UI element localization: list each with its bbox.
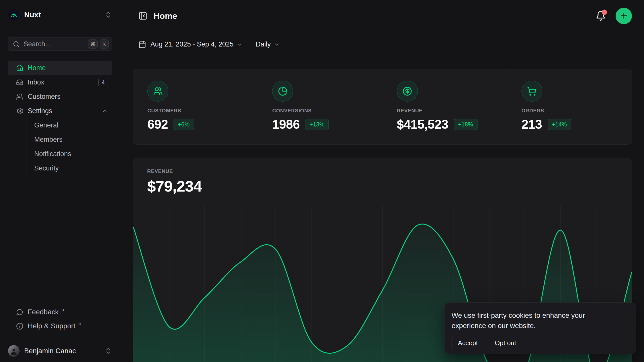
dollar-circle-icon xyxy=(397,81,418,102)
inbox-icon xyxy=(16,79,23,86)
sidebar-item-customers[interactable]: Customers xyxy=(8,89,112,104)
stat-label: CONVERSIONS xyxy=(272,108,372,114)
revenue-chart-label: REVENUE xyxy=(147,168,618,174)
stat-label: REVENUE xyxy=(397,108,497,114)
search-placeholder: Search... xyxy=(24,40,51,48)
stat-delta-badge: +18% xyxy=(454,119,477,130)
stat-card-customers: CUSTOMERS 692 +6% xyxy=(133,69,258,144)
stat-label: ORDERS xyxy=(521,108,622,114)
date-range-picker[interactable]: Aug 21, 2025 - Sep 4, 2025 xyxy=(138,40,243,48)
message-bubble-icon xyxy=(16,308,23,316)
granularity-select[interactable]: Daily xyxy=(256,40,280,48)
sub-item-label: Security xyxy=(34,164,59,172)
page-title: Home xyxy=(153,11,177,21)
stat-card-conversions: CONVERSIONS 1986 +13% xyxy=(258,69,382,144)
stat-value: $415,523 xyxy=(397,117,449,132)
sidebar-item-members[interactable]: Members xyxy=(34,132,112,147)
sub-item-label: Notifications xyxy=(34,150,71,158)
sidebar-item-label: Settings xyxy=(28,107,52,115)
sidebar-item-label: Home xyxy=(28,64,46,72)
nuxt-logo-icon xyxy=(8,9,20,21)
stat-card-revenue: REVENUE $415,523 +18% xyxy=(383,69,507,144)
cookie-message: We use first-party cookies to enhance yo… xyxy=(452,310,600,331)
date-range-value: Aug 21, 2025 - Sep 4, 2025 xyxy=(150,40,233,48)
sidebar-item-label: Help & Support xyxy=(28,322,75,330)
stats-panel: CUSTOMERS 692 +6% CONVERSIONS 1986 +13% xyxy=(133,69,632,145)
sidebar-nav: Home Inbox 4 Customers Settings xyxy=(8,61,112,175)
sidebar: Nuxt Search... ⌘ K Home Inbox xyxy=(0,0,120,362)
sub-item-label: General xyxy=(34,121,58,129)
chevrons-up-down-icon xyxy=(104,347,112,355)
external-link-icon xyxy=(77,322,82,327)
revenue-chart-value: $79,234 xyxy=(147,177,618,195)
chevron-down-icon xyxy=(274,41,280,48)
stat-delta-badge: +13% xyxy=(305,119,329,130)
add-button[interactable] xyxy=(616,8,632,24)
stat-label: CUSTOMERS xyxy=(147,108,248,114)
accept-cookies-button[interactable]: Accept xyxy=(452,337,484,349)
notification-dot xyxy=(602,10,607,15)
avatar xyxy=(8,345,20,357)
cookie-banner: We use first-party cookies to enhance yo… xyxy=(444,302,636,354)
sub-item-label: Members xyxy=(34,136,63,144)
sidebar-item-label: Feedback xyxy=(28,308,59,316)
home-icon xyxy=(16,64,23,72)
stat-value: 213 xyxy=(521,117,542,132)
stat-delta-badge: +6% xyxy=(174,119,194,130)
search-icon xyxy=(13,41,20,48)
workspace-switcher[interactable]: Nuxt xyxy=(8,7,112,23)
page-header: Home xyxy=(120,0,644,32)
search-input[interactable]: Search... ⌘ K xyxy=(8,37,112,51)
user-name: Benjamin Canac xyxy=(24,347,76,355)
kbd-cmd: ⌘ xyxy=(88,39,98,49)
chevrons-up-down-icon xyxy=(104,11,112,19)
sidebar-item-label: Inbox xyxy=(28,78,44,86)
dashboard-app: Nuxt Search... ⌘ K Home Inbox xyxy=(0,0,644,362)
notifications-button[interactable] xyxy=(595,11,606,21)
users-icon xyxy=(147,81,168,102)
sidebar-item-settings[interactable]: Settings xyxy=(8,104,112,118)
stat-card-orders: ORDERS 213 +14% xyxy=(507,69,632,144)
granularity-value: Daily xyxy=(256,40,271,48)
stat-value: 692 xyxy=(147,117,168,132)
user-menu[interactable]: Benjamin Canac xyxy=(0,340,120,362)
optout-cookies-button[interactable]: Opt out xyxy=(495,339,516,347)
gear-icon xyxy=(16,107,23,115)
kbd-k: K xyxy=(100,39,109,49)
chevron-up-icon xyxy=(102,108,108,114)
plus-icon xyxy=(620,12,628,20)
sidebar-collapse-icon[interactable] xyxy=(138,11,147,20)
settings-submenu: General Members Notifications Security xyxy=(26,118,112,175)
calendar-icon xyxy=(138,40,146,48)
sidebar-item-general[interactable]: General xyxy=(34,118,112,132)
sidebar-item-notifications[interactable]: Notifications xyxy=(34,147,112,161)
sidebar-item-home[interactable]: Home xyxy=(8,61,112,75)
external-link-icon xyxy=(60,308,65,312)
sidebar-item-security[interactable]: Security xyxy=(34,161,112,175)
pie-chart-icon xyxy=(272,81,293,102)
shopping-cart-icon xyxy=(521,81,542,102)
inbox-count-badge: 4 xyxy=(98,78,108,87)
sidebar-item-feedback[interactable]: Feedback xyxy=(8,305,112,319)
sidebar-item-inbox[interactable]: Inbox 4 xyxy=(8,75,112,89)
users-icon xyxy=(16,93,23,100)
chevron-down-icon xyxy=(236,41,243,48)
filters-toolbar: Aug 21, 2025 - Sep 4, 2025 Daily xyxy=(120,32,644,57)
info-circle-icon xyxy=(16,323,23,330)
sidebar-item-label: Customers xyxy=(28,93,61,101)
stat-value: 1986 xyxy=(272,117,300,132)
workspace-name: Nuxt xyxy=(24,11,41,19)
stat-delta-badge: +14% xyxy=(548,119,571,130)
sidebar-item-help-support[interactable]: Help & Support xyxy=(8,319,112,333)
